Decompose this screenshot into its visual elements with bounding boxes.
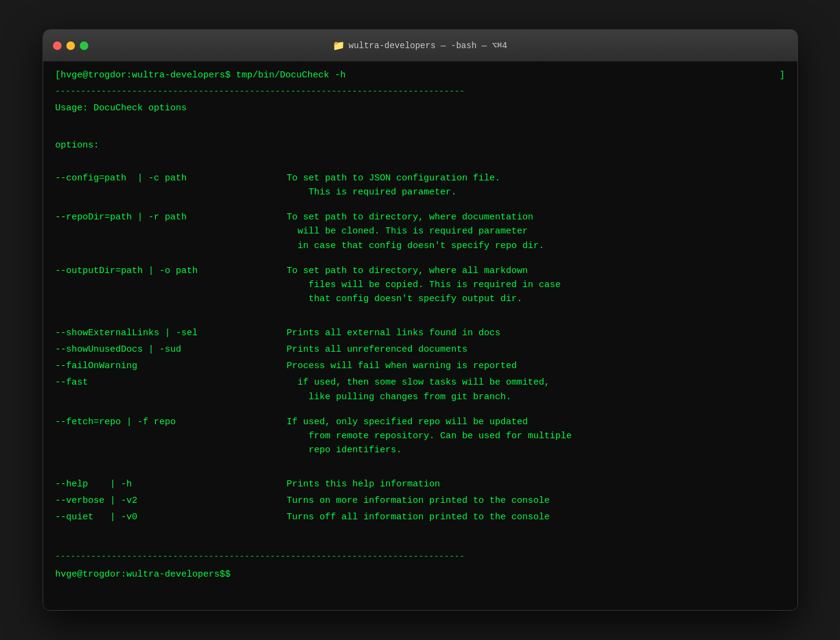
option-row-showunuseddocs: --showUnusedDocs | -sud Prints all unref… [55,341,785,358]
option-row-repodir: --repoDir=path | -r path To set path to … [55,209,785,254]
prompt-bracket: ] [779,69,785,83]
top-separator: ----------------------------------------… [55,85,785,98]
folder-icon: 📁 [333,40,345,52]
window-title: 📁 wultra-developers — -bash — ⌥⌘4 [333,40,507,52]
option-desc-showunuseddocs: Prints all unreferenced documents [287,341,785,358]
option-row-failonwarning: --failOnWarning Process will fail when w… [55,358,785,374]
option-row-quiet: --quiet | -v0 Turns off all information … [55,509,785,525]
maximize-button[interactable] [80,41,88,50]
terminal-window: 📁 wultra-developers — -bash — ⌥⌘4 [hvge@… [43,29,798,611]
minimize-button[interactable] [66,41,75,50]
option-row-config: --config=path | -c path To set path to J… [55,170,785,201]
option-desc-failonwarning: Process will fail when warning is report… [287,358,785,374]
option-flag-help: --help | -h [55,476,287,492]
option-desc-repodir: To set path to directory, where document… [287,209,785,254]
prompt-command: [hvge@trogdor:wultra-developers$ tmp/bin… [55,70,346,80]
usage-line: Usage: DocuCheck options [55,102,785,116]
option-flag-outputdir: --outputDir=path | -o path [55,263,287,308]
option-row-verbose: --verbose | -v2 Turns on more informatio… [55,492,785,509]
options-table: --config=path | -c path To set path to J… [55,170,785,535]
bottom-separator: ----------------------------------------… [55,550,785,563]
option-flag-config: --config=path | -c path [55,170,287,201]
option-desc-config: To set path to JSON configuration file. … [287,170,785,201]
option-flag-repodir: --repoDir=path | -r path [55,209,287,254]
option-desc-verbose: Turns on more information printed to the… [287,492,785,509]
option-row-help: --help | -h Prints this help information [55,476,785,492]
option-flag-fast: --fast [55,374,287,405]
close-button[interactable] [53,41,62,50]
option-flag-verbose: --verbose | -v2 [55,492,287,509]
command-prompt-line: [hvge@trogdor:wultra-developers$ tmp/bin… [55,69,785,83]
option-desc-fast: if used, then some slow tasks will be om… [287,374,785,405]
titlebar: 📁 wultra-developers — -bash — ⌥⌘4 [43,30,797,62]
option-row-showexternallinks: --showExternalLinks | -sel Prints all ex… [55,325,785,341]
title-text: wultra-developers — -bash — ⌥⌘4 [348,40,507,51]
option-desc-quiet: Turns off all information printed to the… [287,509,785,525]
option-row-fast: --fast if used, then some slow tasks wil… [55,374,785,405]
option-desc-fetch: If used, only specified repo will be upd… [287,414,785,459]
option-flag-showunuseddocs: --showUnusedDocs | -sud [55,341,287,358]
option-desc-outputdir: To set path to directory, where all mark… [287,263,785,308]
option-row-fetch: --fetch=repo | -f repo If used, only spe… [55,414,785,459]
bottom-prompt: hvge@trogdor:wultra-developers$$ [55,568,785,582]
terminal-body[interactable]: [hvge@trogdor:wultra-developers$ tmp/bin… [43,62,797,610]
bottom-prompt-text: hvge@trogdor:wultra-developers$ [55,569,225,580]
cursor: $ [225,569,231,580]
option-desc-showexternallinks: Prints all external links found in docs [287,325,785,341]
traffic-lights [53,41,88,50]
option-row-outputdir: --outputDir=path | -o path To set path t… [55,263,785,308]
option-flag-failonwarning: --failOnWarning [55,358,287,374]
options-header: options: [55,139,785,153]
option-flag-quiet: --quiet | -v0 [55,509,287,525]
option-flag-fetch: --fetch=repo | -f repo [55,414,287,459]
option-flag-showexternallinks: --showExternalLinks | -sel [55,325,287,341]
option-desc-help: Prints this help information [287,476,785,492]
